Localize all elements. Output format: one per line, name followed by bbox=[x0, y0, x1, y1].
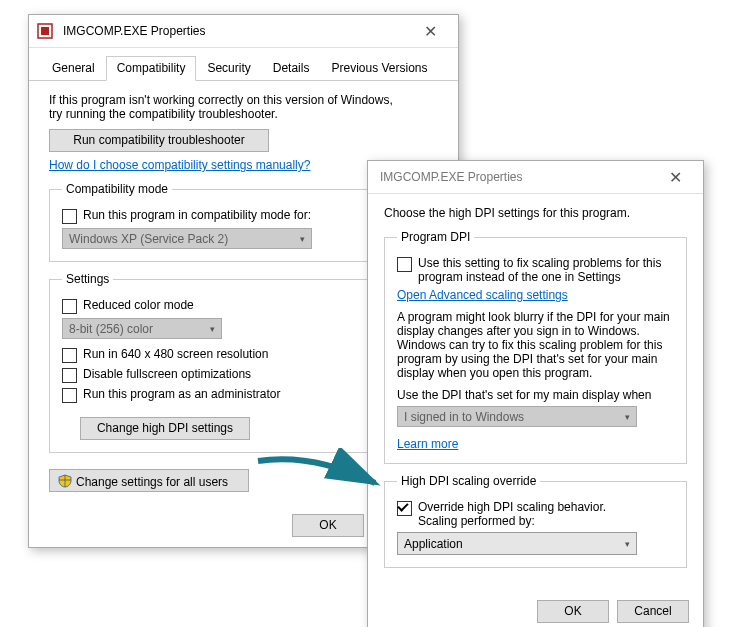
override-label-1: Override high DPI scaling behavior. bbox=[418, 500, 606, 514]
close-icon[interactable]: ✕ bbox=[410, 22, 450, 41]
choose-text: Choose the high DPI settings for this pr… bbox=[384, 206, 687, 220]
change-high-dpi-button[interactable]: Change high DPI settings bbox=[80, 417, 250, 440]
chevron-down-icon: ▾ bbox=[210, 324, 215, 334]
reduced-color-checkbox[interactable] bbox=[62, 299, 77, 314]
intro-text: If this program isn't working correctly … bbox=[49, 93, 409, 121]
close-icon[interactable]: ✕ bbox=[655, 168, 695, 187]
color-select: 8-bit (256) color ▾ bbox=[62, 318, 222, 339]
color-select-value: 8-bit (256) color bbox=[69, 322, 153, 336]
compat-mode-select-value: Windows XP (Service Pack 2) bbox=[69, 232, 228, 246]
dpi-content: Choose the high DPI settings for this pr… bbox=[368, 194, 703, 590]
signin-select-value: I signed in to Windows bbox=[404, 410, 524, 424]
titlebar: IMGCOMP.EXE Properties ✕ bbox=[368, 161, 703, 194]
cancel-button[interactable]: Cancel bbox=[617, 600, 689, 623]
use-setting-label: Use this setting to fix scaling problems… bbox=[418, 256, 674, 284]
shield-icon bbox=[58, 474, 72, 488]
tab-security[interactable]: Security bbox=[196, 56, 261, 81]
use-setting-checkbox[interactable] bbox=[397, 257, 412, 272]
disable-fullscreen-checkbox[interactable] bbox=[62, 368, 77, 383]
run-admin-checkbox[interactable] bbox=[62, 388, 77, 403]
run-troubleshooter-button[interactable]: Run compatibility troubleshooter bbox=[49, 129, 269, 152]
run-admin-label: Run this program as an administrator bbox=[83, 387, 280, 401]
dpi-settings-window: IMGCOMP.EXE Properties ✕ Choose the high… bbox=[367, 160, 704, 627]
tab-compatibility[interactable]: Compatibility bbox=[106, 56, 197, 81]
manual-settings-link[interactable]: How do I choose compatibility settings m… bbox=[49, 158, 310, 172]
reduced-color-label: Reduced color mode bbox=[83, 298, 194, 312]
app-icon bbox=[37, 23, 53, 39]
settings-legend: Settings bbox=[62, 272, 113, 286]
titlebar: IMGCOMP.EXE Properties ✕ bbox=[29, 15, 458, 48]
use-dpi-text: Use the DPI that's set for my main displ… bbox=[397, 388, 674, 402]
disable-fullscreen-label: Disable fullscreen optimizations bbox=[83, 367, 251, 381]
compat-mode-checkbox[interactable] bbox=[62, 209, 77, 224]
learn-more-link[interactable]: Learn more bbox=[397, 437, 458, 451]
open-advanced-link[interactable]: Open Advanced scaling settings bbox=[397, 288, 568, 302]
compat-mode-legend: Compatibility mode bbox=[62, 182, 172, 196]
override-legend: High DPI scaling override bbox=[397, 474, 540, 488]
override-checkbox[interactable] bbox=[397, 501, 412, 516]
chevron-down-icon: ▾ bbox=[625, 539, 630, 549]
window-title: IMGCOMP.EXE Properties bbox=[376, 170, 655, 184]
ok-button[interactable]: OK bbox=[537, 600, 609, 623]
run-640-checkbox[interactable] bbox=[62, 348, 77, 363]
scaling-select-value: Application bbox=[404, 537, 463, 551]
program-dpi-group: Program DPI Use this setting to fix scal… bbox=[384, 230, 687, 464]
tab-strip: General Compatibility Security Details P… bbox=[29, 48, 458, 81]
blurry-text: A program might look blurry if the DPI f… bbox=[397, 310, 674, 380]
chevron-down-icon: ▾ bbox=[625, 412, 630, 422]
scaling-select[interactable]: Application ▾ bbox=[397, 532, 637, 555]
dialog-footer: OK Cancel bbox=[368, 590, 703, 627]
program-dpi-legend: Program DPI bbox=[397, 230, 474, 244]
compat-mode-label: Run this program in compatibility mode f… bbox=[83, 208, 311, 222]
override-label-2: Scaling performed by: bbox=[418, 514, 606, 528]
chevron-down-icon: ▾ bbox=[300, 234, 305, 244]
tab-previous-versions[interactable]: Previous Versions bbox=[320, 56, 438, 81]
tab-general[interactable]: General bbox=[41, 56, 106, 81]
signin-select: I signed in to Windows ▾ bbox=[397, 406, 637, 427]
change-all-users-label: Change settings for all users bbox=[76, 475, 228, 489]
compat-mode-select: Windows XP (Service Pack 2) ▾ bbox=[62, 228, 312, 249]
run-640-label: Run in 640 x 480 screen resolution bbox=[83, 347, 268, 361]
change-all-users-button[interactable]: Change settings for all users bbox=[49, 469, 249, 492]
tab-details[interactable]: Details bbox=[262, 56, 321, 81]
ok-button[interactable]: OK bbox=[292, 514, 364, 537]
override-group: High DPI scaling override Override high … bbox=[384, 474, 687, 568]
svg-rect-1 bbox=[41, 27, 49, 35]
window-title: IMGCOMP.EXE Properties bbox=[59, 24, 410, 38]
